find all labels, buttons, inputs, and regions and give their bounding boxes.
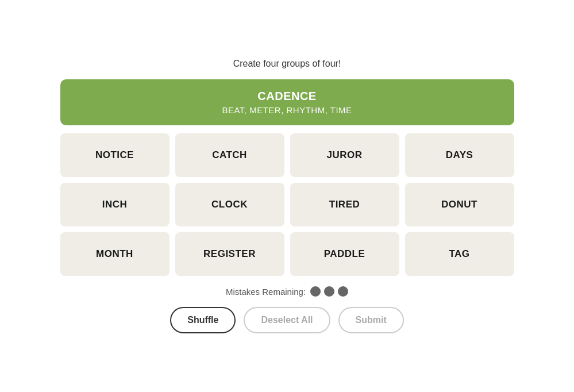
solved-card-title: CADENCE xyxy=(72,90,503,103)
mistake-dot xyxy=(324,286,334,297)
word-tile[interactable]: REGISTER xyxy=(175,232,284,276)
shuffle-button[interactable]: Shuffle xyxy=(170,307,236,333)
word-tile[interactable]: INCH xyxy=(60,183,169,226)
solved-card-green: CADENCE BEAT, METER, RHYTHM, TIME xyxy=(60,79,514,125)
submit-button[interactable]: Submit xyxy=(338,307,404,333)
solved-card-subtitle: BEAT, METER, RHYTHM, TIME xyxy=(72,105,503,115)
word-tile[interactable]: CATCH xyxy=(175,133,284,177)
word-tile[interactable]: MONTH xyxy=(60,232,169,276)
word-tile[interactable]: TAG xyxy=(405,232,514,276)
buttons-row: Shuffle Deselect All Submit xyxy=(170,307,404,333)
word-tile[interactable]: DAYS xyxy=(405,133,514,177)
word-tile[interactable]: PADDLE xyxy=(290,232,399,276)
instruction-text: Create four groups of four! xyxy=(233,59,341,69)
deselect-all-button[interactable]: Deselect All xyxy=(244,307,330,333)
word-tile[interactable]: CLOCK xyxy=(175,183,284,226)
word-grid: NOTICECATCHJURORDAYSINCHCLOCKTIREDDONUTM… xyxy=(60,133,514,276)
word-tile[interactable]: NOTICE xyxy=(60,133,169,177)
mistake-dot xyxy=(338,286,348,297)
mistakes-label: Mistakes Remaining: xyxy=(226,287,306,297)
mistake-dot xyxy=(310,286,321,297)
mistakes-row: Mistakes Remaining: xyxy=(226,286,348,297)
word-tile[interactable]: TIRED xyxy=(290,183,399,226)
word-tile[interactable]: JUROR xyxy=(290,133,399,177)
game-container: Create four groups of four! CADENCE BEAT… xyxy=(60,59,514,333)
word-tile[interactable]: DONUT xyxy=(405,183,514,226)
dot-row xyxy=(310,286,348,297)
